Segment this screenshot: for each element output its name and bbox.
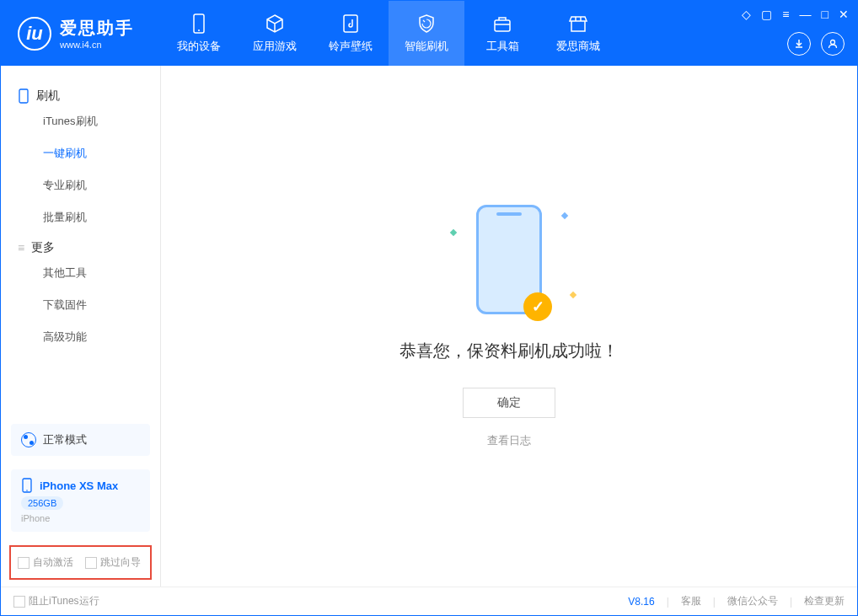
device-mode-box[interactable]: 正常模式 — [11, 424, 150, 456]
sidebar-item-advanced[interactable]: 高级功能 — [43, 329, 143, 345]
store-icon — [568, 13, 588, 34]
header: iu 爱思助手 www.i4.cn 我的设备 应用游戏 铃声壁纸 智能刷机 — [1, 1, 857, 66]
main-tabs: 我的设备 应用游戏 铃声壁纸 智能刷机 工具箱 爱思商城 — [161, 1, 616, 66]
tab-label: 工具箱 — [486, 39, 519, 54]
svg-point-1 — [198, 29, 200, 31]
check-update-link[interactable]: 检查更新 — [804, 594, 845, 608]
maximize-icon[interactable]: □ — [822, 8, 829, 21]
sidebar-item-other-tools[interactable]: 其他工具 — [43, 265, 143, 281]
sidebar: 刷机 iTunes刷机 一键刷机 专业刷机 批量刷机 ≡ 更多 其他工具 下载固… — [1, 66, 161, 587]
svg-rect-5 — [19, 89, 28, 103]
phone-icon — [189, 13, 209, 34]
svg-point-4 — [831, 40, 835, 45]
success-message: 恭喜您，保资料刷机成功啦！ — [400, 340, 619, 362]
tab-label: 应用游戏 — [253, 39, 297, 54]
version-label: V8.16 — [628, 596, 654, 608]
success-illustration: ✓ — [476, 205, 542, 314]
user-icon[interactable] — [821, 32, 845, 56]
minimize-icon[interactable]: — — [800, 8, 812, 21]
tab-label: 我的设备 — [177, 39, 221, 54]
shirt-icon[interactable]: ◇ — [742, 8, 751, 21]
ok-button[interactable]: 确定 — [463, 388, 555, 418]
close-icon[interactable]: ✕ — [839, 8, 849, 21]
svg-point-7 — [26, 490, 28, 491]
cube-icon — [265, 13, 285, 34]
sidebar-item-firmware[interactable]: 下载固件 — [43, 297, 143, 313]
tab-store[interactable]: 爱思商城 — [540, 1, 616, 66]
header-actions — [787, 32, 845, 56]
mode-icon — [21, 432, 36, 447]
svg-rect-3 — [495, 20, 510, 31]
list-icon: ≡ — [18, 241, 24, 254]
sidebar-item-itunes-flash[interactable]: iTunes刷机 — [43, 114, 143, 129]
device-info-box[interactable]: iPhone XS Max 256GB iPhone — [11, 469, 150, 532]
device-capacity: 256GB — [21, 496, 63, 510]
phone-small-icon — [18, 88, 29, 104]
sidebar-section-more: ≡ 更多 — [18, 240, 143, 255]
box-icon[interactable]: ▢ — [761, 8, 772, 21]
toolbox-icon — [492, 13, 512, 34]
wechat-link[interactable]: 微信公众号 — [727, 594, 778, 608]
main-content: ✓ 恭喜您，保资料刷机成功啦！ 确定 查看日志 — [161, 66, 857, 587]
brand-name: 爱思助手 — [60, 17, 134, 40]
tab-my-device[interactable]: 我的设备 — [161, 1, 237, 66]
view-log-link[interactable]: 查看日志 — [487, 433, 531, 448]
sidebar-item-oneclick-flash[interactable]: 一键刷机 — [43, 146, 143, 161]
checkbox-auto-activate[interactable]: 自动激活 — [18, 555, 73, 570]
music-icon — [341, 13, 361, 34]
sidebar-section-flash: 刷机 — [18, 88, 143, 104]
shield-icon — [416, 13, 437, 34]
logo-icon: iu — [18, 17, 51, 51]
window-controls: ◇ ▢ ≡ — □ ✕ — [742, 8, 849, 21]
support-link[interactable]: 客服 — [681, 594, 701, 608]
tab-label: 爱思商城 — [556, 39, 600, 54]
check-icon: ✓ — [523, 292, 552, 321]
tab-apps[interactable]: 应用游戏 — [237, 1, 313, 66]
tab-flash[interactable]: 智能刷机 — [389, 1, 464, 66]
download-icon[interactable] — [787, 32, 811, 56]
menu-icon[interactable]: ≡ — [782, 8, 789, 21]
tab-toolbox[interactable]: 工具箱 — [464, 1, 540, 66]
footer: 阻止iTunes运行 V8.16 | 客服 | 微信公众号 | 检查更新 — [1, 587, 857, 615]
brand-site: www.i4.cn — [60, 40, 134, 50]
tab-ringtone[interactable]: 铃声壁纸 — [313, 1, 389, 66]
sidebar-item-pro-flash[interactable]: 专业刷机 — [43, 178, 143, 193]
checkbox-block-itunes[interactable]: 阻止iTunes运行 — [13, 594, 99, 608]
device-name: iPhone XS Max — [40, 479, 118, 492]
flash-options-highlight: 自动激活 跳过向导 — [9, 545, 152, 580]
device-type: iPhone — [21, 513, 50, 523]
tab-label: 智能刷机 — [405, 39, 448, 54]
checkbox-skip-guide[interactable]: 跳过向导 — [85, 555, 141, 570]
device-mode-label: 正常模式 — [43, 432, 87, 447]
sidebar-item-batch-flash[interactable]: 批量刷机 — [43, 210, 143, 225]
logo[interactable]: iu 爱思助手 www.i4.cn — [1, 17, 161, 51]
device-phone-icon — [21, 478, 33, 493]
tab-label: 铃声壁纸 — [329, 39, 373, 54]
